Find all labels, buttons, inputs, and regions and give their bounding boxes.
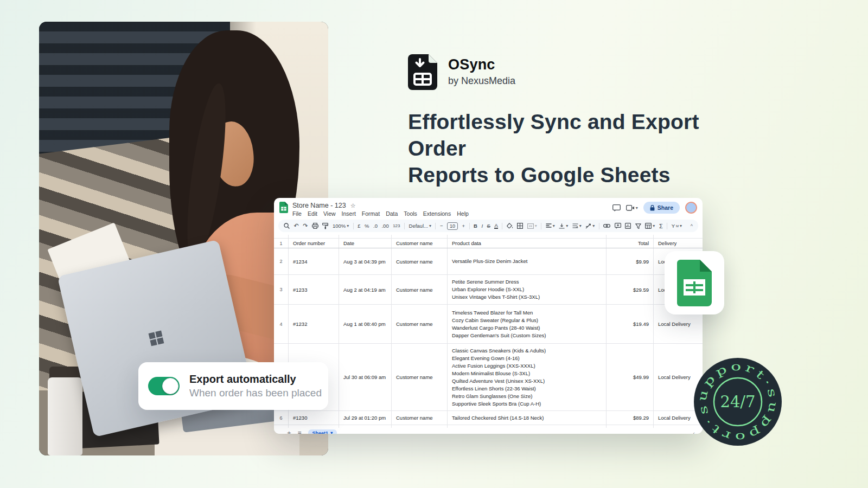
cell-product-data[interactable]: Tailored Checkered Shirt (14.5-18 Neck) [448,411,607,425]
toolbar-divider [353,223,354,229]
cell-date[interactable]: Aug 3 at 04:39 pm [339,248,392,274]
insert-comment-icon[interactable] [615,223,621,229]
collapse-toolbar-icon[interactable]: ^ [691,223,693,229]
cell-date[interactable]: Aug 1 at 08:40 pm [339,305,392,343]
zoom-select[interactable]: 100%▾ [333,223,349,229]
menu-format[interactable]: Format [362,210,380,217]
google-sheets-icon [677,260,712,306]
tab-sheet1[interactable]: Sheet1 ▾ [308,429,337,434]
header-cell[interactable]: Delivery [654,239,703,248]
header-cell[interactable]: Product data [448,239,607,248]
cell-product-data[interactable]: Timeless Tweed Blazer for Tall MenCozy C… [448,305,607,343]
italic-button[interactable]: I [481,223,483,229]
cell-order-number[interactable]: #1230 [289,411,339,425]
cell-customer-name[interactable]: Customer name [392,275,448,304]
cell-customer-name[interactable]: Customer name [392,411,448,425]
doc-title[interactable]: Store Name - 123 [292,202,346,209]
toggle-knob [162,378,178,394]
row-number[interactable]: 2 [274,248,289,274]
format-currency-button[interactable]: £ [358,223,360,229]
insert-chart-icon[interactable] [625,223,631,229]
cell-order-number[interactable]: #1232 [289,305,339,343]
cell-total[interactable]: $29.59 [607,275,654,304]
avatar[interactable] [685,202,697,214]
cell-order-number[interactable]: #1234 [289,248,339,274]
text-wrap-icon[interactable]: ▾ [572,223,582,228]
cell-date[interactable]: Aug 2 at 04:19 am [339,275,392,304]
cell-product-data[interactable]: Versatile Plus-Size Denim Jacket [448,248,607,274]
export-auto-toggle[interactable] [148,377,180,395]
print-icon[interactable] [312,223,318,229]
strikethrough-button[interactable]: S [487,223,490,229]
header-cell[interactable]: Order number [289,239,339,248]
star-icon[interactable]: ☆ [350,202,356,209]
decrease-font-button[interactable]: − [440,223,443,229]
cell-order-number[interactable]: #1233 [289,275,339,304]
create-filter-icon[interactable] [635,223,641,229]
format-percent-button[interactable]: % [365,223,369,229]
redo-icon[interactable]: ↷ [303,222,308,229]
row-number[interactable]: 4 [274,305,289,343]
increase-decimal-button[interactable]: .00 [381,223,388,229]
row-number[interactable]: 6 [274,411,289,425]
menu-help[interactable]: Help [457,210,469,217]
search-icon[interactable] [284,223,290,229]
menu-data[interactable]: Data [386,210,398,217]
named-functions-icon[interactable]: YM ▾ [672,223,682,229]
cell-total[interactable]: $9.99 [607,248,654,274]
functions-icon[interactable]: Σ [659,223,663,229]
sheets-file-icon [279,202,288,213]
row-number[interactable]: 1 [274,239,289,248]
sheet-table: 1Order numberDateCustomer nameProduct da… [274,235,703,428]
meet-camera-icon[interactable]: ▾ [626,205,638,211]
menu-edit[interactable]: Edit [308,210,317,217]
cell-date[interactable]: Jul 30 at 06:09 am [339,344,392,410]
undo-icon[interactable]: ↶ [294,222,299,229]
sheet-bottombar: + ≡ Sheet1 ▾ ‹ [274,428,703,434]
row-number[interactable]: 3 [274,275,289,304]
cell-date[interactable]: Jul 29 at 01:20 pm [339,411,392,425]
toolbar-divider [404,223,405,229]
header-cell[interactable]: Customer name [392,239,448,248]
cell-product-data[interactable]: Classic Canvas Sneakers (Kids & Adults)E… [448,344,607,410]
toolbar-divider [502,223,502,229]
font-size-input[interactable]: 10 [447,222,458,230]
text-rotation-icon[interactable]: ▾ [585,223,595,229]
more-formats-button[interactable]: 123 [393,223,400,228]
insert-link-icon[interactable] [603,224,610,228]
font-select[interactable]: Defaul...▾ [409,223,431,229]
text-color-button[interactable]: A [494,223,497,229]
increase-font-button[interactable]: + [462,223,465,229]
paint-format-icon[interactable] [322,223,328,229]
titlebar-actions: ▾ Share [612,202,697,214]
menu-extensions[interactable]: Extensions [423,210,451,217]
borders-icon[interactable] [517,223,523,229]
menu-view[interactable]: View [323,210,336,217]
sheets-icon-card [665,251,724,314]
cell-total[interactable]: $49.99 [607,344,654,410]
cell-product-data[interactable]: Petite Serene Summer DressUrban Explorer… [448,275,607,304]
page: OSync by NexusMedia Effortlessly Sync an… [0,0,868,488]
add-sheet-button[interactable]: + [287,429,291,434]
cell-total[interactable]: $19.49 [607,305,654,343]
merge-cells-icon[interactable]: ▾ [527,223,537,229]
brand-byline: by NexusMedia [448,75,515,87]
cell-total[interactable]: $89.29 [607,411,654,425]
header-cell[interactable]: Date [339,239,392,248]
header-cell[interactable]: Total [607,239,654,248]
menu-insert[interactable]: Insert [342,210,356,217]
horizontal-align-icon[interactable]: ▾ [546,223,555,228]
menu-tools[interactable]: Tools [404,210,417,217]
share-button[interactable]: Share [643,202,680,214]
cell-customer-name[interactable]: Customer name [392,248,448,274]
comment-history-icon[interactable] [612,204,621,211]
bold-button[interactable]: B [474,223,477,229]
cell-customer-name[interactable]: Customer name [392,305,448,343]
cell-customer-name[interactable]: Customer name [392,344,448,410]
vertical-align-icon[interactable]: ▾ [559,223,568,229]
all-sheets-icon[interactable]: ≡ [298,429,302,434]
fill-color-icon[interactable] [507,223,513,229]
decrease-decimal-button[interactable]: .0 [373,223,378,229]
table-views-icon[interactable]: ▾ [645,223,655,229]
menu-file[interactable]: File [292,210,302,217]
